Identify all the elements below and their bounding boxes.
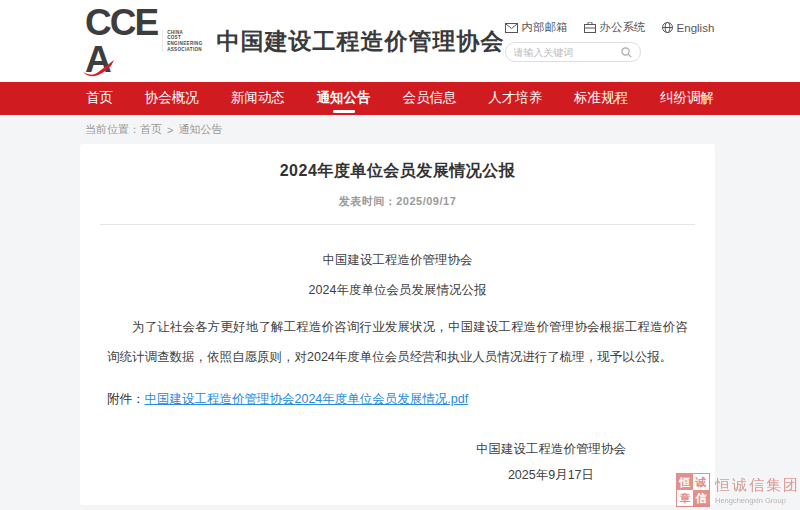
watermark-name-en: Hengchengxin Group	[715, 496, 800, 505]
article-date-label: 发表时间：	[339, 195, 397, 207]
article-title: 2024年度单位会员发展情况公报	[80, 144, 715, 182]
site-logo[interactable]: CCEA CHINA COST ENGINEERING ASSOCIATION …	[85, 4, 505, 78]
main-nav: 首页 协会概况 新闻动态 通知公告 会员信息 人才培养 标准规程 纠纷调解	[0, 82, 800, 115]
breadcrumb-home[interactable]: 首页	[140, 122, 162, 137]
signature-block: 中国建设工程造价管理协会 2025年9月17日	[476, 436, 626, 488]
nav-item-notices[interactable]: 通知公告	[317, 82, 371, 115]
link-english[interactable]: English	[662, 20, 715, 35]
article-date: 发表时间：2025/09/17	[80, 194, 715, 209]
article-heading-line1: 中国建设工程造价管理协会	[107, 252, 688, 269]
globe-icon	[662, 22, 673, 33]
office-icon	[584, 22, 596, 33]
nav-item-home[interactable]: 首页	[86, 82, 113, 115]
link-office-system[interactable]: 办公系统	[584, 20, 646, 35]
breadcrumb-label: 当前位置：	[85, 122, 140, 137]
quick-links: 内部邮箱 办公系统 English	[505, 20, 715, 35]
link-internal-mail[interactable]: 内部邮箱	[505, 20, 568, 35]
search-icon[interactable]	[621, 47, 632, 58]
article-heading-line2: 2024年度单位会员发展情况公报	[107, 282, 688, 299]
breadcrumb-separator: >	[167, 124, 173, 136]
mail-icon	[505, 23, 518, 33]
search-input[interactable]	[514, 47, 621, 58]
search-box	[505, 42, 641, 62]
nav-item-standards[interactable]: 标准规程	[574, 82, 628, 115]
site-title: 中国建设工程造价管理协会	[217, 26, 505, 57]
site-header: CCEA CHINA COST ENGINEERING ASSOCIATION …	[0, 0, 800, 82]
watermark-text: 恒诚信集团 Hengchengxin Group	[715, 476, 800, 505]
header-tools: 内部邮箱 办公系统 English	[505, 20, 715, 62]
signature-name: 中国建设工程造价管理协会	[476, 436, 626, 462]
article-panel: 2024年度单位会员发展情况公报 发表时间：2025/09/17 中国建设工程造…	[80, 144, 715, 505]
signature-date: 2025年9月17日	[476, 462, 626, 488]
article-paragraph: 为了让社会各方更好地了解工程造价咨询行业发展状况，中国建设工程造价管理协会根据工…	[107, 312, 688, 372]
nav-item-talent-training[interactable]: 人才培养	[488, 82, 542, 115]
breadcrumb-current[interactable]: 通知公告	[178, 122, 222, 137]
nav-item-news[interactable]: 新闻动态	[231, 82, 285, 115]
attachment-row: 附件： 中国建设工程造价管理协会2024年度单位会员发展情况.pdf	[107, 391, 688, 408]
article-body: 中国建设工程造价管理协会 2024年度单位会员发展情况公报 为了让社会各方更好地…	[80, 252, 715, 488]
watermark-name: 恒诚信集团	[715, 476, 800, 495]
breadcrumb: 当前位置： 首页 > 通知公告	[0, 115, 800, 144]
logo-subtitle: CHINA COST ENGINEERING ASSOCIATION	[162, 30, 202, 52]
attachment-label: 附件：	[107, 391, 145, 408]
title-divider	[100, 224, 695, 225]
nav-item-dispute-mediation[interactable]: 纠纷调解	[660, 82, 714, 115]
nav-item-member-info[interactable]: 会员信息	[402, 82, 456, 115]
logo-red-swoosh-icon	[81, 59, 115, 77]
attachment-pdf-link[interactable]: 中国建设工程造价管理协会2024年度单位会员发展情况.pdf	[145, 391, 469, 408]
nav-item-association-overview[interactable]: 协会概况	[145, 82, 199, 115]
logo-ccea: CCEA	[85, 4, 157, 78]
article-date-value: 2025/09/17	[396, 195, 456, 207]
